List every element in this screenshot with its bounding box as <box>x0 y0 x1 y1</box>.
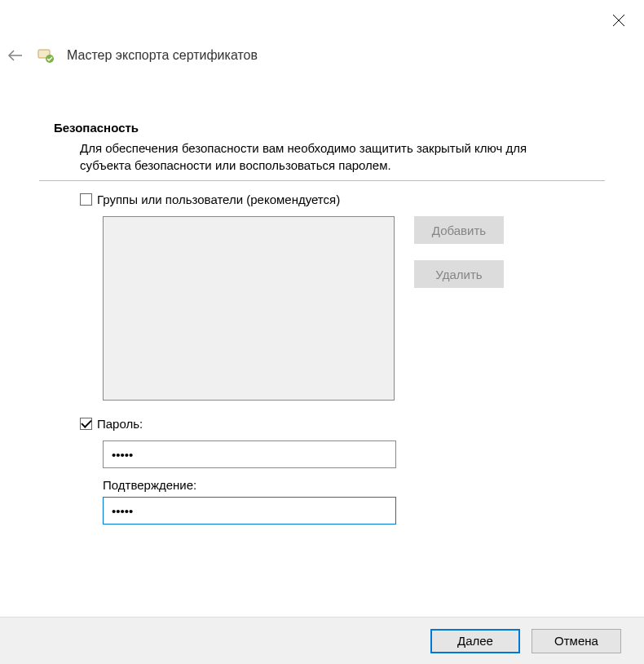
add-button: Добавить <box>414 216 504 244</box>
confirm-password-input[interactable] <box>103 497 396 525</box>
footer-bar: Далее Отмена <box>0 617 644 664</box>
groups-buttons: Добавить Удалить <box>414 216 504 401</box>
back-arrow-icon <box>7 50 24 61</box>
groups-listbox[interactable] <box>103 216 395 401</box>
content-area: Безопасность Для обеспечения безопасност… <box>39 121 605 525</box>
groups-checkbox[interactable] <box>80 193 92 206</box>
security-section-description: Для обеспечения безопасности вам необход… <box>80 139 572 174</box>
back-button[interactable] <box>7 46 24 64</box>
close-icon <box>612 14 625 27</box>
groups-checkbox-label: Группы или пользователи (рекомендуется) <box>97 193 340 206</box>
password-checkbox-row: Пароль: <box>80 417 605 431</box>
section-divider <box>39 180 605 181</box>
password-checkbox[interactable] <box>80 418 92 430</box>
wizard-title: Мастер экспорта сертификатов <box>67 48 258 63</box>
password-section: Пароль: Подтверждение: <box>80 417 605 525</box>
password-input[interactable] <box>103 440 396 468</box>
security-section-title: Безопасность <box>54 121 605 135</box>
password-checkbox-label: Пароль: <box>97 417 143 431</box>
close-button[interactable] <box>610 11 628 29</box>
wizard-header: Мастер экспорта сертификатов <box>7 46 258 65</box>
confirm-password-label: Подтверждение: <box>103 478 605 492</box>
next-button[interactable]: Далее <box>430 629 520 653</box>
groups-area: Добавить Удалить <box>103 216 605 401</box>
groups-checkbox-row: Группы или пользователи (рекомендуется) <box>80 193 605 206</box>
remove-button: Удалить <box>414 260 504 288</box>
cancel-button[interactable]: Отмена <box>532 629 621 653</box>
certificate-wizard-icon <box>36 46 55 65</box>
